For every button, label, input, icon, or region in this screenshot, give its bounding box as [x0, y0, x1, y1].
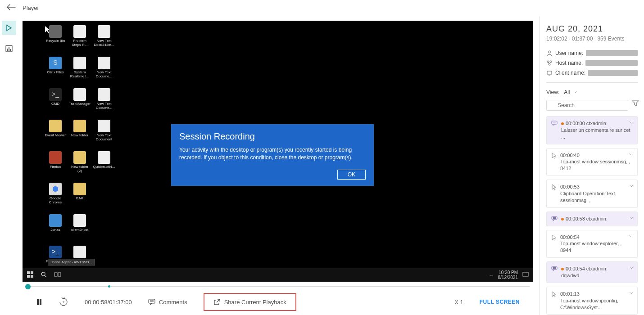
event-item[interactable]: 00:00:53 Clipboard Operation:Text, sessi…	[546, 180, 638, 208]
desktop-icon[interactable]: Google Chrome	[44, 183, 67, 212]
search-icon[interactable]	[41, 271, 47, 279]
taskbar-time: 10:20 PM	[499, 270, 518, 275]
divider	[546, 82, 638, 83]
cursor-icon	[551, 234, 557, 242]
client-name-value	[588, 70, 638, 76]
taskview-icon[interactable]	[54, 271, 61, 279]
page-title: Player	[23, 4, 39, 11]
svg-rect-5	[31, 271, 33, 274]
playback-speed[interactable]: X 1	[454, 299, 463, 306]
back-button[interactable]	[6, 4, 16, 12]
svg-rect-25	[547, 71, 552, 74]
svg-rect-11	[58, 273, 61, 276]
filter-button[interactable]	[632, 100, 639, 111]
tray-up-icon[interactable]: ︿	[489, 272, 494, 278]
scrub-bar[interactable]	[23, 283, 533, 291]
svg-rect-32	[552, 216, 557, 220]
view-label: View:	[546, 89, 559, 95]
desktop-icon[interactable]: System Realtime I...	[68, 57, 91, 86]
cursor-icon	[551, 153, 557, 160]
svg-text:7: 7	[63, 300, 65, 304]
desktop-icon[interactable]: Firefox	[44, 151, 67, 181]
desktop-icon[interactable]: >_CMD	[44, 88, 67, 118]
start-button-icon[interactable]	[27, 271, 33, 279]
svg-point-19	[549, 51, 551, 53]
desktop-icon[interactable]: BAK	[68, 183, 91, 212]
desktop-icon[interactable]: Problem Steps R...	[68, 25, 91, 55]
taskbar: ︿ 10:20 PM 8/12/2021	[23, 268, 533, 282]
svg-rect-35	[552, 266, 557, 270]
desktop-icon[interactable]: Jonas	[44, 214, 67, 244]
event-item[interactable]: 00:00:54 ctxadmin:dqwdwd	[546, 261, 638, 283]
notifications-icon[interactable]	[522, 271, 529, 279]
fullscreen-button[interactable]: FULL SCREEN	[480, 299, 520, 305]
svg-rect-13	[37, 299, 39, 305]
desktop-icon[interactable]: SCitrix Files	[44, 57, 67, 86]
comment-icon	[551, 266, 558, 272]
session-recording-dialog: Session Recording Your activity with the…	[171, 124, 374, 186]
event-item[interactable]: 00:00:40 Top-most window:sessionmsg, , 8…	[546, 148, 638, 176]
desktop-icon[interactable]: client2host	[68, 214, 91, 244]
desktop-icon[interactable]: New Text Document	[93, 120, 115, 149]
share-playback-button[interactable]: Share Current Playback	[204, 293, 296, 311]
rewind-button[interactable]: 7	[59, 297, 68, 307]
scrub-handle[interactable]	[25, 284, 31, 289]
time-display: 00:00:58/01:37:00	[85, 299, 132, 306]
svg-rect-7	[31, 275, 33, 278]
svg-rect-6	[27, 275, 30, 278]
rail-play-button[interactable]	[2, 21, 16, 35]
svg-point-8	[41, 272, 45, 276]
comments-button[interactable]: Comments	[148, 299, 187, 306]
user-name-value	[586, 50, 638, 56]
chevron-down-icon	[629, 153, 634, 156]
desktop-icon[interactable]: Recycle Bin	[44, 25, 67, 55]
chevron-down-icon	[629, 266, 634, 269]
desktop-icon[interactable]: TaskManager	[68, 88, 91, 118]
dialog-ok-button[interactable]: OK	[337, 170, 366, 180]
scrub-marker[interactable]	[108, 285, 110, 288]
event-item[interactable]: 00:00:53 ctxadmin:	[546, 212, 638, 226]
client-icon	[546, 70, 553, 76]
events-list: 00:00:00 ctxadmin:Laisser un commentaire…	[546, 116, 638, 315]
chevron-down-icon	[629, 121, 634, 124]
info-user-row: User name:	[546, 50, 638, 56]
dialog-title: Session Recording	[179, 131, 366, 142]
desktop-icon[interactable]: Event Viewer	[44, 120, 67, 149]
comment-icon	[551, 121, 558, 127]
event-item[interactable]: 00:00:54 Top-most window:explorer, , 894…	[546, 230, 638, 258]
desktop-icons-grid: Recycle BinProblem Steps R...New Text Do…	[44, 25, 115, 275]
events-search-input[interactable]	[546, 100, 628, 111]
desktop-icon[interactable]: New Text Docume...	[93, 88, 115, 118]
svg-line-9	[45, 275, 46, 277]
event-item[interactable]: 00:01:13 Top-most window:ipconfig, C:\Wi…	[546, 287, 638, 315]
desktop-icon[interactable]: New folder (2)	[68, 151, 91, 181]
chevron-down-icon	[629, 292, 634, 294]
svg-rect-14	[40, 299, 41, 305]
svg-rect-3	[10, 49, 11, 51]
rail-stats-button[interactable]	[2, 41, 16, 56]
desktop-icon[interactable]: New Text Docume...	[93, 57, 115, 86]
comment-icon	[551, 216, 558, 222]
cursor-icon	[551, 291, 557, 298]
cursor-icon	[551, 184, 557, 191]
info-host-row: Host name:	[546, 60, 638, 66]
svg-rect-2	[9, 47, 9, 51]
desktop-icon[interactable]: Quicker.x64...	[93, 151, 115, 181]
session-date: AUG 20, 2021	[546, 24, 638, 34]
comment-dot-icon	[561, 122, 564, 125]
svg-rect-1	[7, 49, 8, 51]
event-item[interactable]: 00:00:00 ctxadmin:Laisser un commentaire…	[546, 116, 638, 144]
desktop-icon[interactable]: New folder	[68, 120, 91, 149]
svg-rect-16	[149, 299, 155, 303]
pause-button[interactable]	[36, 298, 42, 306]
chevron-down-icon	[629, 184, 634, 187]
comment-dot-icon	[561, 268, 564, 270]
svg-point-22	[549, 63, 550, 65]
chevron-down-icon	[572, 91, 577, 94]
video-viewport[interactable]: Recycle BinProblem Steps R...New Text Do…	[23, 21, 533, 282]
desktop-icon[interactable]: New Text Docu343m...	[93, 25, 115, 55]
view-dropdown[interactable]: All	[564, 89, 577, 95]
session-summary: 19:02:02 · 01:37:00 · 359 Events	[546, 36, 638, 42]
info-client-row: Client name:	[546, 70, 638, 76]
chevron-down-icon	[629, 216, 634, 219]
